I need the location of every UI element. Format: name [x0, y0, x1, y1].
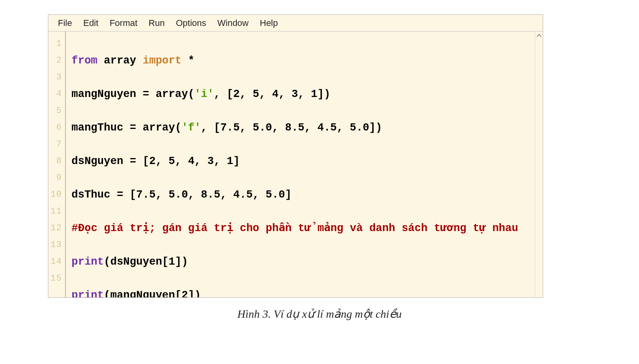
code-line-1: from array import *	[71, 52, 539, 69]
vertical-scrollbar[interactable]	[535, 32, 543, 297]
menu-run[interactable]: Run	[146, 16, 167, 30]
code-text: , [2, 5, 4, 3, 1])	[214, 88, 330, 100]
line-number: 1	[48, 36, 65, 52]
code-line-4: dsNguyen = [2, 5, 4, 3, 1]	[71, 153, 539, 170]
line-number: 3	[48, 69, 65, 86]
code-line-8: print(mangNguyen[2])	[71, 287, 539, 297]
figure-caption: Hình 3. Ví dụ xử lí mảng một chiều	[0, 307, 639, 320]
code-area[interactable]: from array import * mangNguyen = array('…	[66, 32, 543, 297]
code-line-5: dsThuc = [7.5, 5.0, 8.5, 4.5, 5.0]	[71, 186, 539, 203]
editor-window: File Edit Format Run Options Window Help…	[48, 14, 543, 298]
line-number: 9	[48, 170, 65, 186]
module-array: array	[104, 55, 136, 67]
code-line-7: print(dsNguyen[1])	[71, 253, 539, 270]
editor-body: 1 2 3 4 5 6 7 8 9 10 11 12 13 14 15 from…	[48, 32, 543, 297]
menu-options[interactable]: Options	[173, 16, 208, 30]
line-number: 2	[48, 52, 65, 69]
comment: #Đọc giá trị; gán giá trị cho phần tử mả…	[71, 222, 518, 234]
code-text: , [7.5, 5.0, 8.5, 4.5, 5.0])	[201, 122, 382, 134]
line-number: 14	[48, 253, 65, 270]
menu-file[interactable]: File	[56, 16, 74, 30]
code-line-3: mangThuc = array('f', [7.5, 5.0, 8.5, 4.…	[71, 119, 539, 136]
keyword-import: import	[143, 55, 181, 67]
menubar: File Edit Format Run Options Window Help	[48, 15, 543, 32]
line-number: 15	[48, 270, 65, 287]
line-number: 11	[48, 203, 65, 220]
code-text: dsNguyen = [2, 5, 4, 3, 1]	[71, 155, 240, 167]
line-number: 5	[48, 103, 65, 119]
code-text: (dsNguyen[1])	[104, 256, 188, 268]
keyword-from: from	[71, 55, 97, 67]
builtin-print: print	[71, 289, 104, 297]
string-literal: 'i'	[194, 88, 214, 100]
code-text: (mangNguyen[2])	[104, 289, 201, 297]
scroll-up-icon[interactable]	[535, 32, 543, 40]
builtin-print: print	[71, 256, 104, 268]
line-number: 4	[48, 86, 65, 103]
line-number-gutter: 1 2 3 4 5 6 7 8 9 10 11 12 13 14 15	[48, 32, 66, 297]
menu-format[interactable]: Format	[107, 16, 140, 30]
line-number: 12	[48, 220, 65, 237]
code-line-2: mangNguyen = array('i', [2, 5, 4, 3, 1])	[71, 86, 539, 103]
menu-edit[interactable]: Edit	[81, 16, 101, 30]
code-line-6: #Đọc giá trị; gán giá trị cho phần tử mả…	[71, 220, 539, 237]
star: *	[188, 55, 194, 67]
line-number: 6	[48, 119, 65, 136]
menu-window[interactable]: Window	[215, 16, 251, 30]
line-number: 13	[48, 237, 65, 253]
code-text: mangNguyen = array(	[71, 88, 194, 100]
line-number: 10	[48, 186, 65, 203]
line-number: 8	[48, 153, 65, 170]
code-text: dsThuc = [7.5, 5.0, 8.5, 4.5, 5.0]	[71, 189, 292, 201]
line-number: 7	[48, 136, 65, 153]
string-literal: 'f'	[181, 122, 201, 134]
menu-help[interactable]: Help	[258, 16, 280, 30]
code-text: mangThuc = array(	[71, 122, 181, 134]
